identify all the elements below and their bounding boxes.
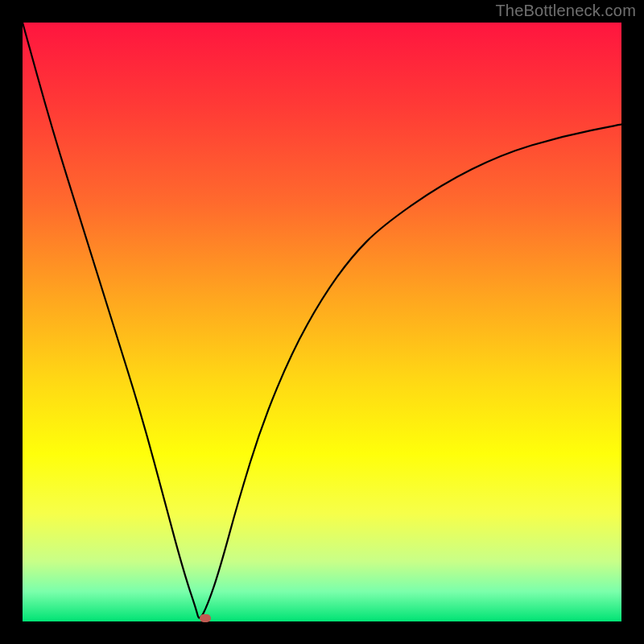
watermark-text: TheBottleneck.com bbox=[495, 2, 636, 20]
plot-area bbox=[23, 23, 621, 621]
min-marker bbox=[200, 614, 211, 622]
chart-frame: TheBottleneck.com bbox=[0, 0, 644, 644]
curve-svg bbox=[23, 23, 621, 621]
curve-path bbox=[23, 23, 621, 618]
